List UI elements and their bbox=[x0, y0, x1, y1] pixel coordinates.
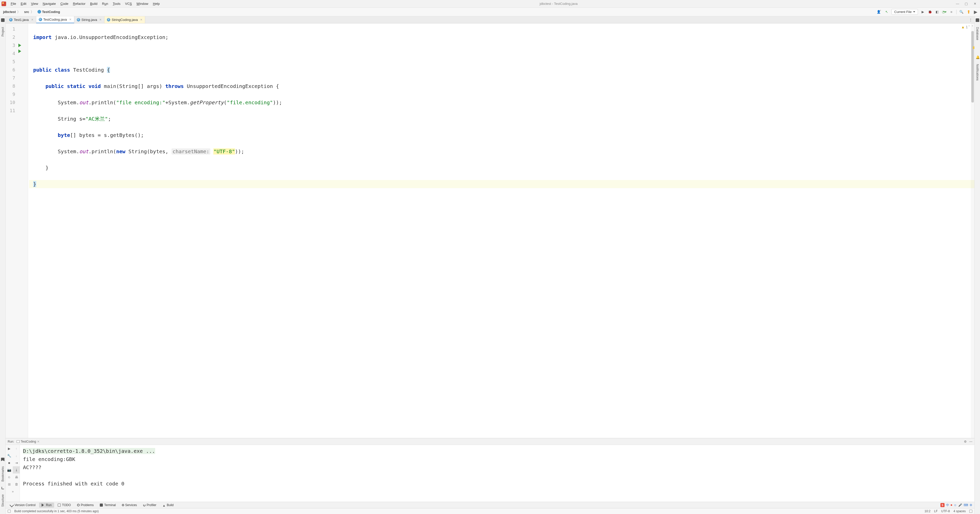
soft-wrap-button[interactable]: ⇥ bbox=[13, 459, 20, 466]
trash-button[interactable]: 🗑 bbox=[13, 481, 20, 488]
notifications-tool-button[interactable]: Notifications bbox=[976, 64, 979, 81]
search-icon[interactable]: 🔍 bbox=[959, 10, 964, 14]
btab-build[interactable]: Build bbox=[160, 503, 177, 508]
run-config-dropdown[interactable]: Current File bbox=[891, 9, 918, 15]
chevron-down-icon bbox=[913, 11, 915, 13]
ime-icon[interactable]: S bbox=[940, 503, 945, 507]
branch-icon bbox=[10, 503, 14, 508]
menu-code[interactable]: Code bbox=[59, 1, 70, 6]
hide-run-icon[interactable]: — bbox=[969, 440, 972, 443]
close-run-tab-icon[interactable]: ✕ bbox=[37, 440, 40, 443]
stop-button[interactable]: ■ bbox=[949, 10, 954, 14]
add-user-icon[interactable]: 👤+ bbox=[877, 10, 882, 14]
menu-vcs[interactable]: VCS bbox=[123, 1, 134, 6]
minimize-button[interactable]: — bbox=[956, 2, 959, 6]
bookmark-icon[interactable] bbox=[1, 458, 5, 461]
database-icon[interactable] bbox=[976, 18, 979, 22]
btab-problems[interactable]: Problems bbox=[75, 503, 97, 508]
edit-config-button[interactable]: 🔧 bbox=[6, 452, 13, 459]
coverage-button[interactable]: ◧ bbox=[935, 10, 939, 14]
btab-todo[interactable]: TODO bbox=[55, 503, 73, 508]
inspection-badge[interactable]: ▲ 1 bbox=[961, 25, 968, 29]
settings-tray-icon[interactable]: ⚙ bbox=[969, 503, 972, 507]
messages-icon[interactable] bbox=[8, 510, 11, 513]
btab-run[interactable]: Run bbox=[39, 503, 54, 508]
layout-button[interactable]: ⊞ bbox=[6, 481, 13, 488]
exit-button[interactable]: ⎋ bbox=[6, 473, 13, 481]
down-button[interactable]: ↓ bbox=[13, 452, 20, 459]
menu-build[interactable]: Build bbox=[88, 1, 100, 6]
tab-string[interactable]: String.java ✕ bbox=[74, 16, 104, 23]
menu-tools[interactable]: Tools bbox=[111, 1, 123, 6]
tray-dot-1[interactable] bbox=[951, 504, 952, 506]
run-settings-icon[interactable]: ⚙ bbox=[964, 440, 967, 443]
scrollbar-thumb[interactable] bbox=[971, 31, 974, 103]
menu-file[interactable]: File bbox=[9, 1, 18, 6]
close-tab-icon[interactable]: ✕ bbox=[31, 18, 33, 21]
structure-tool-button[interactable]: Structure bbox=[1, 494, 5, 507]
btab-version-control[interactable]: Version Control bbox=[8, 503, 38, 508]
run-class-icon[interactable] bbox=[18, 44, 21, 47]
crumb-project[interactable]: jdbctest 〉 bbox=[2, 9, 22, 15]
btab-terminal[interactable]: Terminal bbox=[97, 503, 118, 508]
close-tab-icon[interactable]: ✕ bbox=[99, 18, 102, 21]
indent-setting[interactable]: 4 spaces bbox=[953, 509, 966, 513]
back-arrow-icon[interactable]: ↖ bbox=[884, 10, 889, 14]
close-button[interactable]: ✕ bbox=[973, 2, 977, 6]
error-stripe-mark[interactable] bbox=[973, 46, 974, 49]
update-icon[interactable]: ⬆ bbox=[966, 10, 971, 14]
line-separator[interactable]: LF bbox=[934, 509, 938, 513]
project-icon[interactable] bbox=[1, 18, 5, 22]
bell-icon[interactable]: 🔔 bbox=[976, 56, 979, 59]
console-output[interactable]: D:\jdks\corretto-1.8.0_352\bin\java.exe … bbox=[20, 445, 974, 502]
menu-run[interactable]: Run bbox=[100, 1, 110, 6]
rerun-button[interactable]: ▶ bbox=[6, 445, 13, 452]
more-button[interactable]: » bbox=[6, 488, 20, 495]
file-encoding[interactable]: UTF-8 bbox=[941, 509, 950, 513]
status-bar: Build completed successfully in 1 sec, 4… bbox=[6, 508, 974, 514]
menu-window[interactable]: Window bbox=[135, 1, 150, 6]
btab-profiler[interactable]: Profiler bbox=[141, 503, 159, 508]
menu-help[interactable]: Help bbox=[151, 1, 162, 6]
menu-edit[interactable]: Edit bbox=[19, 1, 28, 6]
bookmarks-tool-button[interactable]: Bookmarks bbox=[1, 466, 5, 482]
stop-run-button[interactable]: ■ bbox=[6, 459, 13, 466]
crumb-folder[interactable]: src 〉 bbox=[23, 9, 35, 15]
code-area[interactable]: import java.io.UnsupportedEncodingExcept… bbox=[28, 24, 974, 438]
class-icon bbox=[39, 18, 42, 21]
run-anything-icon[interactable]: ▶ bbox=[974, 10, 978, 14]
tabs-more-icon[interactable]: ⋮ bbox=[967, 18, 974, 22]
menu-navigate[interactable]: Navigate bbox=[41, 1, 58, 6]
menu-view[interactable]: View bbox=[29, 1, 40, 6]
lock-icon[interactable] bbox=[969, 510, 972, 513]
structure-icon[interactable] bbox=[2, 487, 4, 489]
fold-up-icon[interactable]: ˄ bbox=[968, 25, 970, 29]
print-button[interactable]: 🖶 bbox=[13, 473, 20, 481]
editor-scrollbar[interactable] bbox=[971, 24, 974, 438]
tab-test1[interactable]: Test1.java ✕ bbox=[6, 16, 36, 23]
run-main-icon[interactable] bbox=[18, 49, 21, 53]
cn-icon[interactable]: 中 bbox=[946, 503, 949, 508]
up-button[interactable]: ↑ bbox=[13, 445, 20, 452]
caret-position[interactable]: 10:2 bbox=[924, 509, 931, 513]
profile-button[interactable]: ◔▾ bbox=[942, 10, 947, 14]
run-button[interactable]: ▶ bbox=[921, 10, 925, 14]
menu-refactor[interactable]: Refactor bbox=[71, 1, 88, 6]
run-config-tab[interactable]: TestCoding ✕ bbox=[17, 440, 40, 443]
crumb-file[interactable]: TestCoding bbox=[37, 10, 61, 14]
close-tab-icon[interactable]: ✕ bbox=[140, 18, 142, 21]
mic-icon[interactable]: 🎤 bbox=[958, 503, 962, 507]
scroll-end-button[interactable]: ⤓ bbox=[13, 466, 20, 473]
camera-button[interactable]: 📷 bbox=[6, 466, 13, 473]
btab-services[interactable]: Services bbox=[119, 503, 140, 508]
tab-testcoding[interactable]: TestCoding.java ✕ bbox=[36, 16, 75, 23]
keyboard-icon[interactable]: ⌨ bbox=[964, 503, 968, 507]
close-tab-icon[interactable]: ✕ bbox=[69, 18, 72, 21]
code-editor[interactable]: 1 2 3 4 5 6 7 8 9 10 11 bbox=[6, 24, 974, 438]
project-tool-button[interactable]: Project bbox=[1, 27, 5, 36]
debug-button[interactable]: 🐞 bbox=[928, 10, 932, 14]
database-tool-button[interactable]: Database bbox=[976, 27, 979, 40]
tab-stringcoding[interactable]: StringCoding.java ✕ bbox=[104, 16, 145, 23]
emoji-icon[interactable]: ☺ bbox=[954, 503, 957, 507]
maximize-button[interactable]: ▢ bbox=[964, 2, 968, 6]
